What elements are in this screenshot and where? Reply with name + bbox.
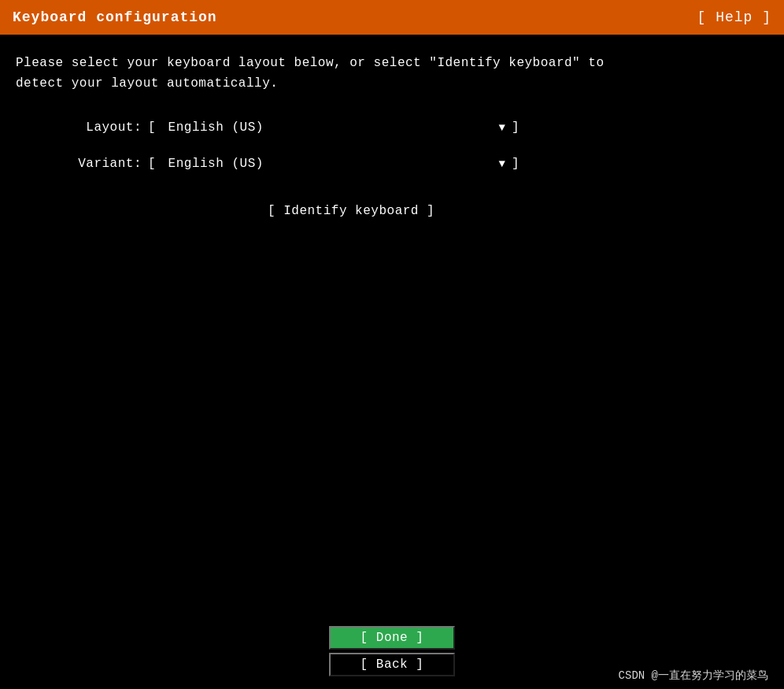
layout-value: English (US) xyxy=(162,119,493,136)
back-button[interactable]: [ Back ] xyxy=(329,653,455,676)
help-button[interactable]: [ Help ] xyxy=(697,9,771,25)
variant-open-bracket: [ xyxy=(148,157,156,171)
layout-row: Layout: [ English (US) ▼ ] xyxy=(63,119,768,136)
variant-value: English (US) xyxy=(162,155,493,172)
variant-label: Variant: xyxy=(63,157,142,171)
description-line2: detect your layout automatically. xyxy=(16,74,768,94)
watermark: CSDN @一直在努力学习的菜鸟 xyxy=(619,669,768,683)
done-button[interactable]: [ Done ] xyxy=(329,626,455,650)
variant-dropdown[interactable]: [ English (US) ▼ ] xyxy=(148,155,520,172)
layout-open-bracket: [ xyxy=(148,120,156,135)
title-text: Keyboard configuration xyxy=(13,9,217,25)
keyboard-config-screen: Keyboard configuration [ Help ] Please s… xyxy=(0,0,784,689)
layout-label: Layout: xyxy=(63,120,142,135)
layout-dropdown[interactable]: [ English (US) ▼ ] xyxy=(148,119,520,136)
layout-close-bracket: ] xyxy=(512,120,520,135)
variant-close-bracket: ] xyxy=(512,157,520,171)
bottom-section: [ Done ] [ Back ] CSDN @一直在努力学习的菜鸟 xyxy=(0,613,784,689)
form-section: Layout: [ English (US) ▼ ] Variant: [ En… xyxy=(63,119,768,218)
description-line1: Please select your keyboard layout below… xyxy=(16,54,768,74)
variant-arrow-icon: ▼ xyxy=(499,157,505,170)
content-area: Please select your keyboard layout below… xyxy=(0,35,784,613)
layout-arrow-icon: ▼ xyxy=(499,121,505,134)
variant-row: Variant: [ English (US) ▼ ] xyxy=(63,155,768,172)
identify-keyboard-button[interactable]: [ Identify keyboard ] xyxy=(268,204,768,218)
description: Please select your keyboard layout below… xyxy=(16,54,768,94)
title-bar: Keyboard configuration [ Help ] xyxy=(0,0,784,35)
